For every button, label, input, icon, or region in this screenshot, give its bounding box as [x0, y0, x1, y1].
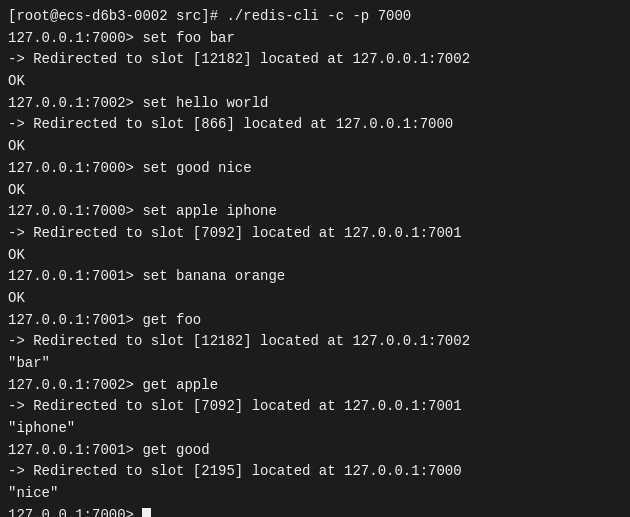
- terminal-line: 127.0.0.1:7001> get foo: [8, 310, 622, 332]
- terminal-line: 127.0.0.1:7001> get good: [8, 440, 622, 462]
- terminal-line: "nice": [8, 483, 622, 505]
- terminal-cursor: [142, 508, 151, 517]
- terminal-content: [root@ecs-d6b3-0002 src]# ./redis-cli -c…: [8, 6, 622, 517]
- terminal-line: OK: [8, 245, 622, 267]
- terminal-window: [root@ecs-d6b3-0002 src]# ./redis-cli -c…: [0, 0, 630, 517]
- terminal-line: -> Redirected to slot [7092] located at …: [8, 223, 622, 245]
- terminal-line: 127.0.0.1:7000>: [8, 505, 622, 517]
- terminal-line: "bar": [8, 353, 622, 375]
- terminal-line: 127.0.0.1:7000> set apple iphone: [8, 201, 622, 223]
- terminal-line: "iphone": [8, 418, 622, 440]
- terminal-line: -> Redirected to slot [7092] located at …: [8, 396, 622, 418]
- terminal-line: -> Redirected to slot [2195] located at …: [8, 461, 622, 483]
- terminal-line: [root@ecs-d6b3-0002 src]# ./redis-cli -c…: [8, 6, 622, 28]
- terminal-line: OK: [8, 71, 622, 93]
- terminal-line: -> Redirected to slot [12182] located at…: [8, 331, 622, 353]
- terminal-line: 127.0.0.1:7000> set foo bar: [8, 28, 622, 50]
- terminal-line: OK: [8, 180, 622, 202]
- terminal-line: 127.0.0.1:7000> set good nice: [8, 158, 622, 180]
- terminal-line: -> Redirected to slot [866] located at 1…: [8, 114, 622, 136]
- terminal-line: OK: [8, 288, 622, 310]
- terminal-line: -> Redirected to slot [12182] located at…: [8, 49, 622, 71]
- terminal-line: 127.0.0.1:7002> set hello world: [8, 93, 622, 115]
- terminal-line: 127.0.0.1:7002> get apple: [8, 375, 622, 397]
- terminal-line: 127.0.0.1:7001> set banana orange: [8, 266, 622, 288]
- terminal-line: OK: [8, 136, 622, 158]
